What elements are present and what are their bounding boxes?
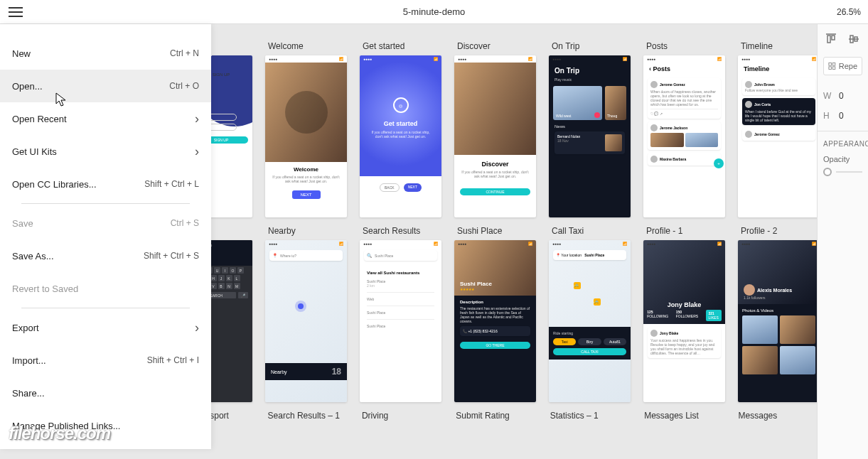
menu-item-label: Save <box>12 218 33 229</box>
svg-rect-1 <box>832 63 835 66</box>
menu-item-label: Open Recent <box>12 114 67 124</box>
align-top-icon[interactable] <box>823 31 839 47</box>
opacity-slider[interactable] <box>823 168 862 176</box>
artboard[interactable]: Sushi Place●●●●📶Sushi Place★★★★★Descript… <box>454 226 536 402</box>
menu-item-label: Revert to Saved <box>12 284 78 294</box>
chevron-right-icon: › <box>195 112 199 126</box>
grid-icon <box>828 62 836 70</box>
menu-item-open-recent[interactable]: Open Recent› <box>11 102 200 135</box>
artboard[interactable]: Nearby●●●●📶📍Where to?Nearby18 <box>265 226 347 402</box>
appearance-section-label: APPEARANCE <box>823 140 862 148</box>
menu-item-get-ui-kits[interactable]: Get UI Kits› <box>11 135 200 168</box>
artboard-label[interactable]: On Trip <box>549 41 631 51</box>
repeat-grid-label: Repe <box>839 62 857 70</box>
artboard-label[interactable]: Discover <box>454 41 536 51</box>
artboard[interactable]: Timeline●●●●📶TimelineJohn BrownFollow ev… <box>738 41 817 217</box>
width-field[interactable]: W0 <box>823 91 862 101</box>
svg-rect-3 <box>832 67 835 70</box>
properties-panel: Repe W0 H0 APPEARANCE Opacity <box>817 24 868 459</box>
artboard[interactable]: Get started●●●●📶◎Get startedIf you offer… <box>360 41 441 217</box>
file-menu: NewCtrl + NOpen...Ctrl + OOpen Recent›Ge… <box>0 24 211 449</box>
menu-item-label: New <box>12 48 31 59</box>
height-field[interactable]: H0 <box>823 111 862 121</box>
artboard-label[interactable]: Sushi Place <box>454 226 536 236</box>
align-middle-icon[interactable] <box>846 31 862 47</box>
menu-item-shortcut: Shift + Ctrl + L <box>144 179 199 189</box>
menu-item-open[interactable]: Open...Ctrl + O <box>0 70 211 102</box>
menu-item-shortcut: Shift + Ctrl + S <box>144 251 199 261</box>
artboard[interactable]: Statistics – 1 <box>547 411 628 425</box>
document-title: 5-minute-demo <box>403 6 465 17</box>
menu-item-open-cc-libraries[interactable]: Open CC Libraries...Shift + Ctrl + L <box>11 168 200 200</box>
chevron-right-icon: › <box>195 144 199 159</box>
artboard[interactable]: Messages <box>736 411 817 425</box>
svg-rect-2 <box>829 67 832 70</box>
chevron-right-icon: › <box>195 320 199 335</box>
artboard[interactable]: Messages List <box>641 411 722 425</box>
artboard-label[interactable]: Messages <box>736 411 817 421</box>
artboard-label[interactable]: Profile - 2 <box>738 226 817 236</box>
top-bar: 5-minute-demo 26.5% <box>0 0 868 24</box>
artboard-label[interactable]: Submit Rating <box>453 411 534 421</box>
menu-item-label: Open CC Libraries... <box>12 179 97 190</box>
menu-item-share[interactable]: Share... <box>11 377 200 409</box>
artboard-label[interactable]: Call Taxi <box>549 226 631 236</box>
menu-item-save-as[interactable]: Save As...Shift + Ctrl + S <box>11 239 200 272</box>
svg-rect-0 <box>829 63 832 66</box>
artboard[interactable]: Discover●●●●📶DiscoverIf you offered a se… <box>454 41 536 217</box>
menu-item-label: Open... <box>12 81 43 92</box>
artboard[interactable]: Driving <box>359 411 440 425</box>
artboard[interactable]: Call Taxi●●●●📶📍 Your location Sushi Plac… <box>549 226 631 402</box>
menu-item-save[interactable]: SaveCtrl + S <box>11 207 200 239</box>
artboard-label[interactable]: Messages List <box>641 411 722 421</box>
menu-item-manage-published-links[interactable]: Manage Published Links... <box>11 409 200 442</box>
artboard-label[interactable]: Search Results – 1 <box>265 411 346 421</box>
menu-item-import[interactable]: Import...Shift + Ctrl + I <box>11 344 200 377</box>
artboard-label[interactable]: Driving <box>359 411 440 421</box>
artboard[interactable]: Posts●●●●📶‹ PostsJerome GomezWhen doors … <box>643 41 725 217</box>
artboard[interactable]: Submit Rating <box>453 411 534 425</box>
repeat-grid-button[interactable]: Repe <box>823 57 862 75</box>
artboard[interactable]: On Trip●●●●📶On TripPlay musicWild westTh… <box>549 41 631 217</box>
artboard-label[interactable]: Search Results <box>360 226 441 236</box>
artboard-label[interactable]: Timeline <box>738 41 817 51</box>
artboard[interactable]: Search Results – 1 <box>265 411 346 425</box>
zoom-level[interactable]: 26.5% <box>837 7 861 17</box>
artboard-label[interactable]: Nearby <box>265 226 347 236</box>
menu-item-new[interactable]: NewCtrl + N <box>11 37 200 70</box>
hamburger-menu-button[interactable] <box>0 0 31 24</box>
menu-item-label: Import... <box>12 355 46 366</box>
menu-item-export[interactable]: Export› <box>11 311 200 344</box>
menu-item-shortcut: Ctrl + O <box>169 81 199 91</box>
menu-item-revert-to-saved[interactable]: Revert to Saved <box>11 272 200 305</box>
artboard[interactable]: Profile - 1●●●●📶Jony Blake125FOLLOWING15… <box>643 226 725 402</box>
artboard-label[interactable]: Profile - 1 <box>643 226 725 236</box>
menu-item-label: Save As... <box>12 251 54 261</box>
menu-item-label: Manage Published Links... <box>12 421 120 431</box>
artboard-label[interactable]: Posts <box>643 41 725 51</box>
artboard[interactable]: Profile - 2●●●●📶Alexis Morales1.1k follo… <box>738 226 817 402</box>
artboard-label[interactable]: Welcome <box>265 41 347 51</box>
menu-item-shortcut: Shift + Ctrl + I <box>147 355 199 365</box>
menu-item-shortcut: Ctrl + S <box>171 218 199 228</box>
menu-item-label: Get UI Kits <box>12 146 57 157</box>
artboard-label[interactable]: Get started <box>360 41 441 51</box>
artboard[interactable]: Welcome●●●●📶WelcomeIf you offered a seat… <box>265 41 347 217</box>
artboard[interactable]: Search Results●●●●📶🔍Sushi PlaceView all … <box>360 226 441 402</box>
artboard-label[interactable]: Statistics – 1 <box>547 411 628 421</box>
menu-item-label: Export <box>12 323 39 333</box>
menu-item-label: Share... <box>12 388 45 399</box>
opacity-label: Opacity <box>823 155 862 163</box>
menu-item-shortcut: Ctrl + N <box>170 48 199 58</box>
